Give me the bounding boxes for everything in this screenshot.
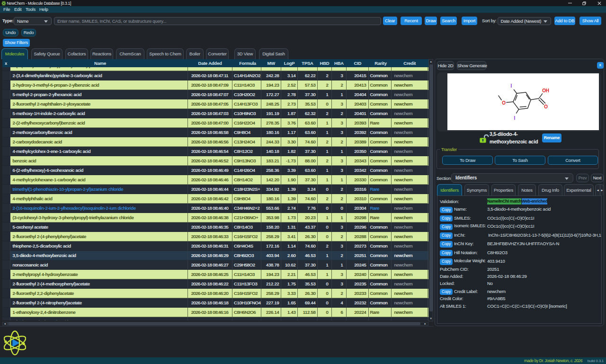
svg-text:OH: OH (542, 88, 549, 93)
svg-text:O: O (544, 104, 548, 109)
svg-text:O: O (502, 100, 506, 105)
